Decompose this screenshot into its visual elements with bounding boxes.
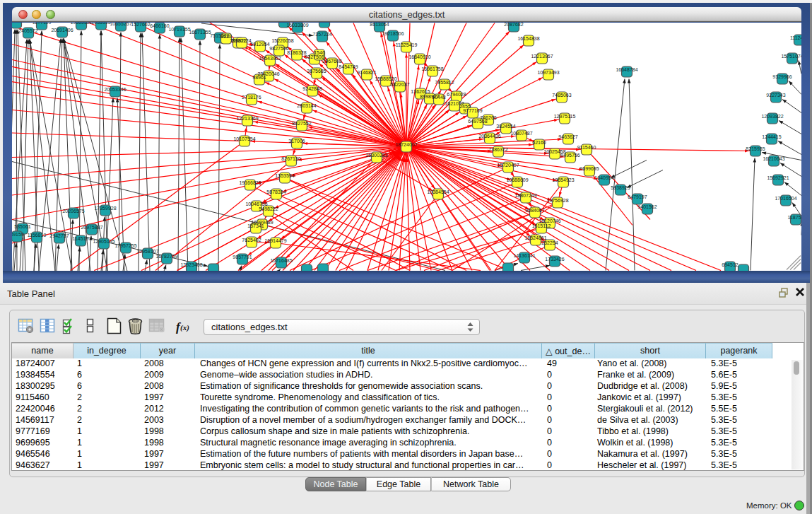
svg-text:1112456: 1112456 xyxy=(790,35,801,40)
svg-text:9327508: 9327508 xyxy=(305,54,324,59)
svg-text:16961758: 16961758 xyxy=(421,66,443,71)
svg-text:252254: 252254 xyxy=(541,240,558,245)
svg-text:9827506: 9827506 xyxy=(269,45,288,50)
svg-text:16033809: 16033809 xyxy=(286,23,308,28)
svg-text:12093822: 12093822 xyxy=(761,113,783,118)
svg-text:19654923: 19654923 xyxy=(552,177,574,182)
svg-text:20516697: 20516697 xyxy=(12,23,28,23)
svg-text:26300283: 26300283 xyxy=(365,152,387,157)
svg-text:7955812: 7955812 xyxy=(435,79,454,84)
svg-text:8960124: 8960124 xyxy=(232,37,251,42)
svg-text:157341: 157341 xyxy=(247,223,264,228)
svg-text:9777169: 9777169 xyxy=(463,107,482,112)
svg-text:694512: 694512 xyxy=(722,262,738,267)
svg-text:9329966: 9329966 xyxy=(772,74,792,78)
svg-text:11325419: 11325419 xyxy=(396,42,418,47)
svg-text:6794028: 6794028 xyxy=(447,91,466,96)
svg-text:7357224: 7357224 xyxy=(312,31,331,36)
svg-text:1362615: 1362615 xyxy=(411,88,430,93)
svg-text:9084067: 9084067 xyxy=(525,207,544,212)
svg-text:6479197: 6479197 xyxy=(628,194,647,199)
svg-text:18724007: 18724007 xyxy=(395,141,417,146)
svg-text:2405572: 2405572 xyxy=(18,28,37,33)
svg-text:17359928: 17359928 xyxy=(94,205,116,210)
svg-text:15716485: 15716485 xyxy=(270,257,292,262)
svg-text:17957255: 17957255 xyxy=(114,243,136,247)
svg-text:98961: 98961 xyxy=(252,74,266,79)
svg-text:12905135: 12905135 xyxy=(93,238,114,243)
svg-text:3824554: 3824554 xyxy=(496,123,515,128)
svg-text:7485063: 7485063 xyxy=(552,92,571,97)
svg-text:10719155: 10719155 xyxy=(168,26,190,31)
svg-text:7386372: 7386372 xyxy=(488,146,507,151)
svg-text:1353594: 1353594 xyxy=(275,173,294,177)
svg-text:535061: 535061 xyxy=(14,223,30,228)
svg-text:8215935: 8215935 xyxy=(746,146,765,151)
svg-text:6497568: 6497568 xyxy=(468,118,487,123)
svg-text:12213369: 12213369 xyxy=(236,115,258,120)
svg-text:90448: 90448 xyxy=(432,94,446,99)
svg-text:9857791: 9857791 xyxy=(233,254,252,259)
svg-text:19166829: 19166829 xyxy=(239,180,261,185)
svg-text:8267130: 8267130 xyxy=(281,156,300,160)
svg-text:1244415: 1244415 xyxy=(762,134,781,139)
svg-text:9115460: 9115460 xyxy=(577,144,596,149)
svg-text:8186328: 8186328 xyxy=(287,49,306,54)
svg-text:19565522: 19565522 xyxy=(70,23,92,25)
svg-text:15751074: 15751074 xyxy=(781,53,801,58)
svg-text:20053346: 20053346 xyxy=(104,86,126,91)
svg-text:1733426: 1733426 xyxy=(545,256,564,261)
svg-text:15588520: 15588520 xyxy=(375,76,396,81)
svg-text:2803144: 2803144 xyxy=(297,103,316,107)
svg-text:9463627: 9463627 xyxy=(558,134,577,139)
svg-text:6466160: 6466160 xyxy=(150,23,169,28)
svg-text:20364436: 20364436 xyxy=(478,133,500,138)
svg-text:16782759: 16782759 xyxy=(155,253,177,258)
svg-text:19218506: 19218506 xyxy=(382,30,404,35)
svg-text:16640910: 16640910 xyxy=(408,54,430,59)
svg-text:5912954: 5912954 xyxy=(250,41,269,46)
svg-text:12213967: 12213967 xyxy=(531,53,553,58)
svg-text:20691406: 20691406 xyxy=(51,27,73,32)
svg-text:5878334: 5878334 xyxy=(266,189,286,194)
svg-text:7625402: 7625402 xyxy=(242,237,261,242)
svg-text:16120746: 16120746 xyxy=(539,218,560,223)
svg-text:1156819: 1156819 xyxy=(28,232,47,237)
svg-text:114519: 114519 xyxy=(73,235,89,240)
svg-text:8454749: 8454749 xyxy=(339,64,358,69)
svg-text:9242848: 9242848 xyxy=(302,86,322,90)
svg-text:20975887: 20975887 xyxy=(81,224,102,229)
svg-text:(x): (x) xyxy=(180,323,189,332)
svg-text:16210643: 16210643 xyxy=(763,156,784,160)
svg-text:15692921: 15692921 xyxy=(767,175,789,180)
svg-text:1277119: 1277119 xyxy=(33,23,52,25)
svg-text:5938923: 5938923 xyxy=(611,185,630,189)
svg-text:10543962: 10543962 xyxy=(259,55,281,60)
svg-text:10107554: 10107554 xyxy=(233,136,255,141)
svg-text:5498222: 5498222 xyxy=(259,206,278,211)
svg-text:1035313: 1035313 xyxy=(91,23,110,25)
svg-text:12923468: 12923468 xyxy=(180,262,202,267)
svg-text:18807249: 18807249 xyxy=(514,192,536,197)
svg-text:14136141: 14136141 xyxy=(513,252,535,257)
svg-text:10688609: 10688609 xyxy=(506,177,528,182)
svg-text:5822037: 5822037 xyxy=(390,81,409,86)
svg-text:1546: 1546 xyxy=(314,49,325,54)
svg-text:17016504: 17016504 xyxy=(775,195,796,200)
svg-text:9401562: 9401562 xyxy=(637,204,657,209)
svg-text:2942737: 2942737 xyxy=(49,233,69,238)
svg-text:19756928: 19756928 xyxy=(546,197,568,202)
svg-text:9495756: 9495756 xyxy=(560,152,579,157)
svg-text:1640954: 1640954 xyxy=(594,175,613,180)
svg-text:16648784: 16648784 xyxy=(616,66,637,71)
svg-text:10807487: 10807487 xyxy=(510,130,532,135)
svg-text:10958107: 10958107 xyxy=(136,248,158,253)
svg-text:118753: 118753 xyxy=(788,214,801,219)
svg-text:9146821: 9146821 xyxy=(357,69,376,74)
svg-text:12975115: 12975115 xyxy=(554,113,576,118)
svg-text:9699695: 9699695 xyxy=(579,165,599,170)
svg-text:1527602: 1527602 xyxy=(131,23,150,27)
svg-text:10973493: 10973493 xyxy=(537,69,559,74)
svg-text:10046756: 10046756 xyxy=(245,201,267,206)
svg-text:18524861: 18524861 xyxy=(524,235,546,240)
